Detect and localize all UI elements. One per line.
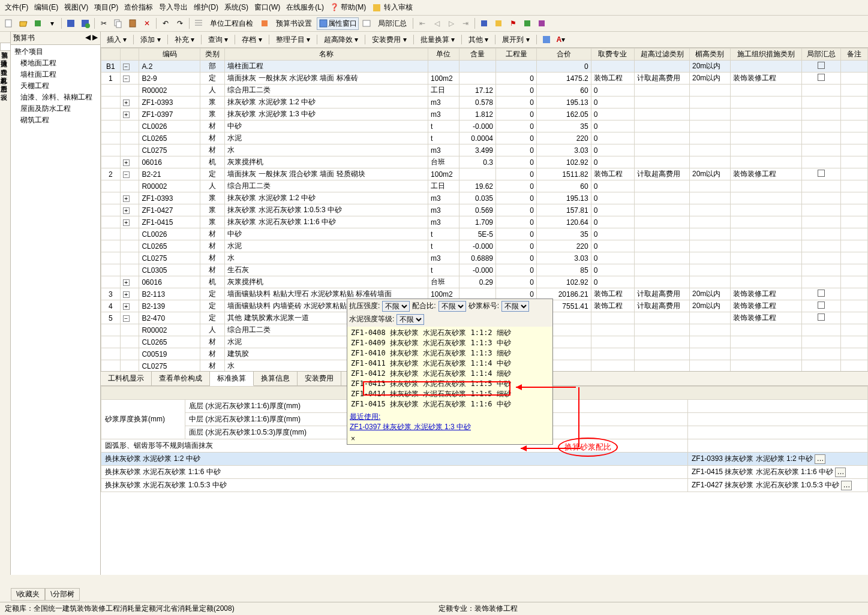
- tool3-icon[interactable]: ⚑: [506, 17, 519, 30]
- sidebar-bottom-tab[interactable]: \收藏夹: [11, 588, 45, 601]
- grid-header[interactable]: 备注: [840, 49, 867, 61]
- tree-item[interactable]: 天棚工程: [12, 80, 99, 92]
- row-expander[interactable]: +: [123, 219, 130, 226]
- bottom-tab[interactable]: 工料机显示: [101, 372, 152, 385]
- content-toolbar-item[interactable]: 存档 ▾: [238, 34, 265, 46]
- content-toolbar-item[interactable]: 超高降效 ▾: [320, 34, 362, 46]
- open-icon[interactable]: [17, 17, 30, 30]
- table-row[interactable]: CL0305材生石灰t-0.0000850: [101, 264, 868, 276]
- unit-check-btn[interactable]: 单位工程自检: [206, 17, 257, 30]
- popup-item[interactable]: ZF1-0413 抹灰砂浆 水泥石灰砂浆 1:1:5 中砂: [349, 379, 551, 389]
- conv-value[interactable]: [688, 439, 868, 453]
- row-expander[interactable]: +: [123, 159, 130, 166]
- tree-item[interactable]: 屋面及防水工程: [12, 103, 99, 114]
- conv-value[interactable]: [688, 413, 868, 426]
- grid-header[interactable]: 合价: [537, 49, 591, 61]
- bottom-tab[interactable]: 换算信息: [254, 372, 298, 385]
- conv-row[interactable]: 换抹灰砂浆 水泥石灰砂浆 1:1:6 中砂ZF1-0415 抹灰砂浆 水泥石灰砂…: [101, 466, 868, 479]
- sidebar-nav[interactable]: ◀ ▶: [85, 33, 98, 43]
- table-row[interactable]: CL0275材水m30.688903.030: [101, 252, 868, 264]
- menu-item[interactable]: ❓ 帮助(M): [328, 1, 368, 14]
- table-row[interactable]: CL0275材水m33.49903.030: [101, 144, 868, 156]
- popup-item[interactable]: ZF1-0412 抹灰砂浆 水泥石灰砂浆 1:1:4 细砂: [349, 369, 551, 379]
- popup-item[interactable]: ZF1-0409 抹灰砂浆 水泥石灰砂浆 1:1:3 中砂: [349, 338, 551, 348]
- menu-transfer[interactable]: 转入审核: [370, 1, 415, 14]
- grid-header[interactable]: 楣高类别: [689, 49, 730, 61]
- grid-header[interactable]: 工程量: [496, 49, 537, 61]
- grid-header[interactable]: 局部汇总: [801, 49, 840, 61]
- table-row[interactable]: 2−B2-21定墙面抹灰 一般抹灰 混合砂浆 墙面 轻质砌块100m201511…: [101, 168, 868, 180]
- row-checkbox[interactable]: [818, 302, 825, 309]
- row-checkbox[interactable]: [818, 62, 825, 69]
- tool2-icon[interactable]: [492, 17, 505, 30]
- menu-item[interactable]: 项目(P): [92, 1, 121, 14]
- popup-item[interactable]: ZF1-0411 抹灰砂浆 水泥石灰砂浆 1:1:4 中砂: [349, 358, 551, 369]
- list-icon[interactable]: [192, 17, 205, 30]
- tree-item[interactable]: 砌筑工程: [12, 114, 99, 126]
- row-expander[interactable]: +: [123, 291, 130, 298]
- row-checkbox[interactable]: [818, 170, 825, 177]
- filter-select[interactable]: 不限: [501, 301, 529, 312]
- bottom-tab[interactable]: 安装费用: [298, 372, 341, 385]
- menu-item[interactable]: 系统(S): [222, 1, 251, 14]
- vtab[interactable]: 工程概况: [0, 34, 10, 43]
- content-toolbar-item[interactable]: 展开到 ▾: [498, 34, 533, 46]
- vtab[interactable]: 报表: [0, 85, 10, 93]
- table-row[interactable]: R00002人综合用工二类工日19.620600: [101, 180, 868, 192]
- dropdown-icon[interactable]: ▾: [46, 17, 59, 30]
- content-toolbar-item[interactable]: 查询 ▾: [205, 34, 232, 46]
- row-expander[interactable]: +: [123, 111, 130, 118]
- conv-value[interactable]: ZF1-0415 抹灰砂浆 水泥石灰砂浆 1:1:6 中砂 …: [688, 466, 868, 479]
- ellipsis-button[interactable]: …: [815, 454, 825, 464]
- nav-last-icon[interactable]: ⇥: [459, 17, 472, 30]
- menu-item[interactable]: 文件(F): [2, 1, 31, 14]
- menu-item[interactable]: 窗口(W): [252, 1, 283, 14]
- sidebar-bottom-tab[interactable]: \分部树: [45, 588, 79, 601]
- menu-item[interactable]: 视图(V): [62, 1, 91, 14]
- filter-select[interactable]: 不限: [382, 301, 410, 312]
- row-expander[interactable]: +: [123, 195, 130, 202]
- popup-item[interactable]: ZF1-0408 抹灰砂浆 水泥石灰砂浆 1:1:2 细砂: [349, 328, 551, 338]
- table-row[interactable]: +06016机灰浆搅拌机台班0.290102.920: [101, 276, 868, 288]
- row-checkbox[interactable]: [818, 74, 825, 81]
- conv-value[interactable]: [688, 400, 868, 413]
- recent-item-link[interactable]: ZF1-0397 抹灰砂浆 水泥砂浆 1:3 中砂: [350, 422, 550, 432]
- table-row[interactable]: CL0265材水泥t0.000402200: [101, 132, 868, 144]
- row-expander[interactable]: +: [123, 100, 130, 106]
- vtab[interactable]: 预算书: [0, 43, 10, 51]
- filter-select[interactable]: 不限: [397, 314, 424, 325]
- content-toolbar-item[interactable]: 插入 ▾: [103, 34, 130, 46]
- conv-row[interactable]: 换抹灰砂浆 水泥砂浆 1:2 中砂ZF1-0393 抹灰砂浆 水泥砂浆 1:2 …: [101, 453, 868, 466]
- menu-item[interactable]: 导入导出: [157, 1, 190, 14]
- vtab[interactable]: 措施项目: [0, 51, 10, 59]
- ellipsis-button[interactable]: …: [841, 481, 852, 490]
- bottom-tab[interactable]: 标准换算: [210, 372, 254, 386]
- paste-icon[interactable]: [126, 17, 139, 30]
- tree-item[interactable]: 油漆、涂料、裱糊工程: [12, 92, 99, 103]
- filter-select[interactable]: 不限: [438, 301, 466, 312]
- row-expander[interactable]: −: [123, 76, 130, 82]
- fill-color-icon[interactable]: A▾: [554, 33, 567, 46]
- conv-value[interactable]: ZF1-0393 抹灰砂浆 水泥砂浆 1:2 中砂 …: [688, 453, 868, 466]
- table-row[interactable]: CL0026材中砂t-0.0000350: [101, 120, 868, 132]
- tree-root[interactable]: 整个项目: [12, 46, 99, 58]
- table-row[interactable]: CL0026材中砂t5E-50350: [101, 228, 868, 240]
- grid-header[interactable]: 单位: [428, 49, 459, 61]
- redo-icon[interactable]: ↷: [173, 17, 187, 30]
- grid-header[interactable]: 取费专业: [591, 49, 635, 61]
- copy-icon[interactable]: [112, 17, 125, 30]
- row-expander[interactable]: +: [123, 303, 130, 310]
- settings-icon[interactable]: [258, 17, 271, 30]
- new-icon[interactable]: [2, 17, 16, 30]
- expand-all-icon[interactable]: [540, 33, 553, 46]
- table-row[interactable]: +ZF1-0393浆抹灰砂浆 水泥砂浆 1:2 中砂m30.5780195.13…: [101, 97, 868, 108]
- grid-header[interactable]: [101, 49, 121, 61]
- row-expander[interactable]: −: [123, 315, 130, 322]
- grid-header[interactable]: 含量: [459, 49, 495, 61]
- row-expander[interactable]: −: [123, 64, 130, 70]
- conv-row[interactable]: 换抹灰砂浆 水泥石灰砂浆 1:0.5:3 中砂ZF1-0427 抹灰砂浆 水泥石…: [101, 479, 868, 492]
- content-toolbar-item[interactable]: 添加 ▾: [137, 34, 164, 46]
- bottom-tab[interactable]: 查看单价构成: [152, 372, 210, 385]
- table-row[interactable]: R00002人综合用工二类工日17.120600: [101, 85, 868, 97]
- grid-header[interactable]: 施工组织措施类别: [730, 49, 801, 61]
